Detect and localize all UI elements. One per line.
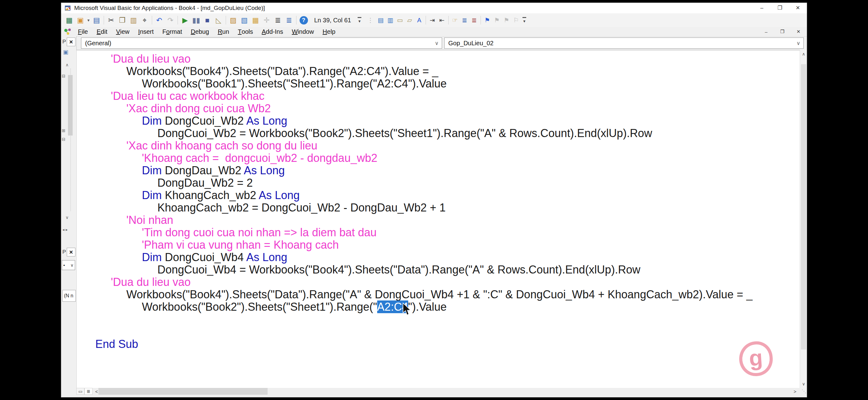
left-dock-sliver: P ✕ ▣ ∧ ⊟ ⊞ ⊟ ∨ ◂▸ P ✕ ▪∨ (N n bbox=[61, 36, 77, 388]
tree-collapse-icon[interactable]: ⊟ bbox=[62, 73, 65, 78]
properties-window-icon[interactable]: ▧ bbox=[239, 14, 250, 26]
outdent-icon[interactable]: ⇤ bbox=[437, 15, 447, 25]
previous-bookmark-icon: ⚑ bbox=[502, 15, 511, 25]
dock-scroll-up-icon[interactable]: ∧ bbox=[65, 62, 69, 67]
menu-item-tools[interactable]: Tools bbox=[234, 27, 257, 36]
properties-object-combo[interactable]: ▪∨ bbox=[62, 260, 75, 270]
toolbar-separator bbox=[104, 16, 104, 25]
code-line: 'Xac dinh dong cuoi cua Wb2 bbox=[77, 102, 800, 115]
toolbar-separator bbox=[448, 16, 448, 25]
toolbar-separator bbox=[296, 16, 297, 25]
menu-bar: FileEditViewInsertFormatDebugRunToolsAdd… bbox=[61, 27, 807, 37]
menu-item-edit[interactable]: Edit bbox=[92, 27, 112, 36]
save-icon[interactable]: ▤ bbox=[91, 14, 102, 26]
edit-toolbar-options-arrow[interactable]: ▾ bbox=[521, 14, 528, 26]
uncomment-block-icon[interactable]: ≣ bbox=[469, 15, 479, 25]
toggle-breakpoint-icon[interactable]: ☞ bbox=[450, 15, 460, 25]
run-icon[interactable]: ▶ bbox=[180, 14, 191, 26]
chevron-down-icon[interactable]: ∨ bbox=[797, 40, 800, 46]
dock-hscroll-icons[interactable]: ◂▸ bbox=[62, 227, 69, 232]
menu-item-insert[interactable]: Insert bbox=[134, 27, 158, 36]
close-button[interactable]: ✕ bbox=[789, 3, 807, 13]
child-minimize-button[interactable]: – bbox=[760, 28, 772, 36]
edit-toolbar: ⋮▤▥▭▱A⇥⇤☞≣≣⚑⚑⚑⚐▾ bbox=[365, 14, 528, 26]
tree-collapse-icon[interactable]: ⊟ bbox=[62, 137, 65, 142]
menu-item-file[interactable]: File bbox=[73, 27, 92, 36]
project-explorer-icon[interactable]: ▨ bbox=[227, 14, 239, 26]
code-line: 'Pham vi cua vung nhan = Khoang cach bbox=[77, 239, 800, 251]
menu-item-view[interactable]: View bbox=[112, 27, 134, 36]
object-browser-icon[interactable]: ≣ bbox=[272, 14, 283, 26]
child-restore-button[interactable]: ❐ bbox=[776, 28, 788, 36]
toolbar-row: ▦▣▾▤✂❐▥⌖↶↷▶▮▮■◺▨▧▦✛≣≣?Ln 39, Col 61▾ ⋮▤▥… bbox=[61, 13, 807, 27]
chevron-down-icon: ∨ bbox=[70, 263, 73, 268]
mouse-cursor-icon bbox=[402, 303, 412, 316]
cut-icon[interactable]: ✂ bbox=[105, 14, 117, 26]
scroll-right-icon[interactable]: > bbox=[791, 388, 799, 395]
copy-icon[interactable]: ❐ bbox=[117, 14, 128, 26]
scroll-up-icon[interactable]: ∧ bbox=[800, 50, 807, 58]
project-toolbar-icon[interactable]: ▣ bbox=[63, 49, 68, 56]
find-icon[interactable]: ⌖ bbox=[139, 14, 150, 26]
full-module-view-button[interactable]: ≣ bbox=[85, 388, 93, 395]
resize-grip-icon[interactable]: ⋱ bbox=[800, 388, 807, 395]
break-icon[interactable]: ▮▮ bbox=[191, 14, 202, 26]
child-close-button[interactable]: ✕ bbox=[793, 28, 804, 36]
properties-close-icon[interactable]: ✕ bbox=[67, 248, 75, 257]
toolbar-separator bbox=[178, 16, 178, 25]
toolbar-options-arrow[interactable]: ▾ bbox=[356, 14, 363, 26]
procedure-dropdown[interactable]: Gop_DuLieu_02 ∨ bbox=[444, 37, 804, 49]
vba-window: Microsoft Visual Basic for Applications … bbox=[61, 2, 807, 398]
horizontal-scroll-thumb[interactable] bbox=[98, 388, 268, 395]
insert-userform-icon[interactable]: ▣ bbox=[75, 14, 86, 26]
child-window-controls: – ❐ ✕ bbox=[760, 28, 804, 36]
vertical-scrollbar[interactable]: ∧ ∨ bbox=[800, 50, 807, 388]
project-close-icon[interactable]: ✕ bbox=[67, 37, 75, 46]
menu-item-window[interactable]: Window bbox=[287, 27, 318, 36]
parameter-info-icon[interactable]: ▱ bbox=[405, 15, 414, 25]
list-properties-icon[interactable]: ▤ bbox=[376, 15, 385, 25]
quick-info-icon[interactable]: ▭ bbox=[395, 15, 405, 25]
vba-logo-icon bbox=[64, 28, 72, 35]
code-line: 'Dua du lieu vao bbox=[77, 53, 800, 65]
reset-icon[interactable]: ■ bbox=[202, 14, 213, 26]
menu-item-help[interactable]: Help bbox=[318, 27, 340, 36]
restore-button[interactable]: ❐ bbox=[771, 3, 789, 13]
code-line: 'Dua du lieu vao bbox=[77, 276, 800, 288]
complete-word-icon[interactable]: A bbox=[414, 15, 424, 25]
toolbar-separator bbox=[480, 16, 481, 25]
line-column-status: Ln 39, Col 61 bbox=[314, 17, 351, 24]
undo-icon[interactable]: ↶ bbox=[154, 14, 165, 26]
chevron-down-icon[interactable]: ∨ bbox=[435, 40, 439, 46]
dock-scroll-down-icon[interactable]: ∨ bbox=[65, 215, 69, 220]
vertical-scroll-thumb[interactable] bbox=[801, 64, 806, 349]
paste-icon[interactable]: ▥ bbox=[128, 14, 139, 26]
procedure-view-button[interactable]: ▭ bbox=[76, 388, 85, 395]
toggle-bookmark-icon[interactable]: ⚑ bbox=[483, 15, 492, 25]
menu-item-run[interactable]: Run bbox=[213, 27, 234, 36]
menu-item-addins[interactable]: Add-Ins bbox=[257, 27, 287, 36]
horizontal-scrollbar[interactable]: ▭ ≣ < > bbox=[76, 388, 800, 395]
redo-icon: ↷ bbox=[165, 14, 176, 26]
scroll-down-icon[interactable]: ∨ bbox=[800, 380, 807, 388]
code-line: DongCuoi_Wb2 = Workbooks("Book2").Sheets… bbox=[77, 127, 800, 139]
view-host-app-icon[interactable]: ▦ bbox=[64, 14, 75, 26]
menu-item-debug[interactable]: Debug bbox=[186, 27, 213, 36]
syntax-lines-icon[interactable]: ≣ bbox=[283, 14, 294, 26]
code-line: Workbooks("Book2").Sheets("Sheet1").Rang… bbox=[77, 301, 800, 313]
menu-item-format[interactable]: Format bbox=[158, 27, 186, 36]
standard-toolbar: ▦▣▾▤✂❐▥⌖↶↷▶▮▮■◺▨▧▦✛≣≣?Ln 39, Col 61▾ bbox=[64, 14, 363, 26]
insert-dropdown-arrow[interactable]: ▾ bbox=[86, 14, 91, 26]
list-constants-icon[interactable]: ▥ bbox=[385, 15, 395, 25]
help-icon[interactable]: ? bbox=[298, 14, 309, 26]
dock-scroll-thumb[interactable] bbox=[68, 75, 73, 135]
toolbox-icon[interactable]: ▦ bbox=[250, 14, 261, 26]
procedure-dropdown-value: Gop_DuLieu_02 bbox=[448, 40, 494, 47]
design-mode-icon[interactable]: ◺ bbox=[213, 14, 224, 26]
minimize-button[interactable]: – bbox=[753, 3, 771, 13]
object-dropdown[interactable]: (General) ∨ bbox=[81, 37, 442, 49]
indent-icon[interactable]: ⇥ bbox=[428, 15, 437, 25]
tree-expand-icon[interactable]: ⊞ bbox=[62, 128, 65, 133]
comment-block-icon[interactable]: ≣ bbox=[460, 15, 469, 25]
code-editor[interactable]: 'Dua du lieu vaoWorkbooks("Book4").Sheet… bbox=[76, 50, 800, 388]
